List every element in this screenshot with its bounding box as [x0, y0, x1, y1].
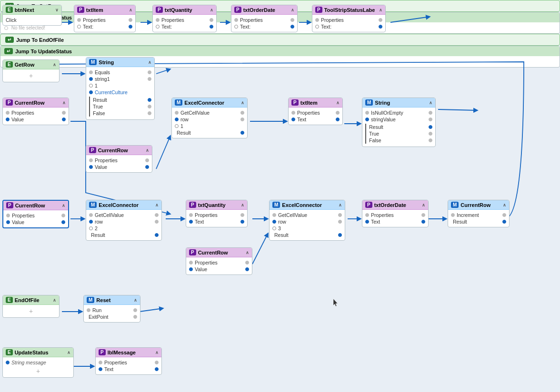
- end-of-file-node: E EndOfFile ∧ +: [2, 295, 60, 318]
- btn-next-click: Click: [6, 17, 59, 23]
- txt-order-date-node-1: P txtOrderDate ∧ Properties Text:: [231, 5, 298, 32]
- string-node-2: M String ∧ IsNullOrEmpty stringValue Res…: [362, 98, 436, 147]
- badge-e: E: [6, 7, 13, 13]
- string-node-1: M String ∧ Equals string1 1 Curren: [86, 57, 155, 120]
- current-row-node-4: P CurrentRow ∧ Properties Value: [186, 247, 252, 275]
- txt-order-date-node-2: P txtOrderDate ∧ Properties Text: [362, 200, 429, 227]
- txt-item-node-1: P txtItem ∧ Properties Text:: [74, 5, 136, 32]
- workflow-canvas: E btnNext ∨ Click P txtItem ∧ Properties: [0, 0, 560, 392]
- btn-next-header: E btnNext ∨: [3, 5, 61, 15]
- btn-next-body: Click: [3, 15, 61, 25]
- tool-strip-node: P ToolStripStatusLabe ∧ Properties Text:: [312, 5, 386, 32]
- port: [77, 18, 81, 22]
- lbl-message-node: P lblMessage ∧ Properties Text: [95, 347, 162, 375]
- port-out: [129, 18, 132, 22]
- port-out: [129, 25, 132, 29]
- click-label: Click: [6, 17, 17, 23]
- btn-next-node: E btnNext ∨ Click: [2, 5, 62, 26]
- txt-item-node-2: P txtItem ∧ Properties Text: [288, 98, 343, 125]
- excel-connector-node-3: M ExcelConnector ∧ GetCellValue row 3 Re…: [269, 200, 345, 241]
- current-row-increment-node: M CurrentRow ∧ Increment Result: [448, 200, 510, 227]
- current-row-node-1: P CurrentRow ∧ Properties Value: [2, 98, 69, 125]
- txt-item-1-label: txtItem: [86, 7, 103, 13]
- reset-node: M Reset ∧ Run ExitPoint: [83, 295, 140, 323]
- excel-connector-node-2: M ExcelConnector ∧ GetCellValue row 2 Re…: [86, 200, 162, 241]
- jump-update-status-2-node: ↵ Jump To UpdateStatus End of file!: [0, 46, 560, 68]
- jump-end-of-file-node: ↵ Jump To EndOfFile: [0, 34, 560, 46]
- cursor: [333, 299, 339, 307]
- get-row-node: E GetRow ∧ +: [2, 59, 60, 82]
- txt-quantity-node-2: P txtQuantity ∧ Properties Text: [186, 200, 248, 227]
- jump-end-of-file-label: Jump To EndOfFile: [16, 37, 64, 43]
- chevron-icon: ∨: [55, 8, 59, 12]
- txt-quantity-node-1: P txtQuantity ∧ Properties Text:: [152, 5, 217, 32]
- no-file-text: No file selected!: [11, 25, 45, 30]
- update-status-node: E UpdateStatus ∧ String message +: [2, 347, 74, 378]
- port: [77, 25, 81, 29]
- excel-connector-node-1: M ExcelConnector ∧ GetCellValue row 1 Re…: [171, 98, 248, 138]
- txt-item-1-header: P txtItem ∧: [74, 5, 135, 15]
- update-status-param: String message: [11, 360, 46, 365]
- btn-next-label: btnNext: [15, 7, 34, 13]
- current-row-node-3: P CurrentRow ∧ Properties Value: [2, 200, 69, 228]
- current-row-node-2: P CurrentRow ∧ Properties Value: [86, 145, 152, 173]
